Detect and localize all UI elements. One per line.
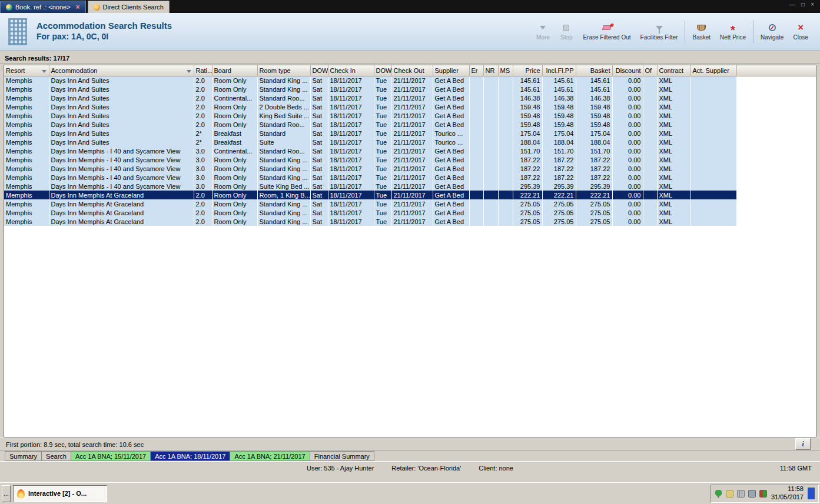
result-row[interactable]: MemphisDays Inn And Suites2.0Room OnlySt… — [4, 120, 736, 129]
chevron-down-icon — [536, 22, 550, 33]
column-header[interactable]: Check Out — [391, 65, 433, 76]
toolbar-button-label: Facilities Filter — [640, 34, 678, 41]
edge-blue-icon[interactable] — [808, 488, 815, 499]
bottom-tab[interactable]: Acc 1A BNA; 21/11/2017 — [230, 451, 310, 461]
column-header[interactable]: Of — [643, 65, 657, 76]
result-cell: Room, 1 King B... — [257, 191, 310, 199]
result-cell — [469, 102, 483, 111]
column-header[interactable]: Check In — [328, 65, 374, 76]
result-cell: 146.38 — [513, 94, 542, 102]
result-cell — [690, 182, 736, 191]
result-row[interactable]: MemphisDays Inn Memphis - I 40 and Sycam… — [4, 164, 736, 173]
column-header[interactable]: Board — [212, 65, 257, 76]
result-cell: 0.00 — [612, 191, 643, 199]
close-window-icon[interactable]: × — [811, 1, 814, 8]
facilities-filter-button[interactable]: Facilities Filter — [636, 20, 683, 43]
result-row[interactable]: MemphisDays Inn Memphis - I 40 and Sycam… — [4, 155, 736, 164]
result-row[interactable]: MemphisDays Inn Memphis At Graceland2.0R… — [4, 199, 736, 208]
column-filter-icon[interactable] — [187, 70, 191, 73]
result-cell: Get A Bed — [433, 155, 469, 164]
navigate-button[interactable]: Navigate — [756, 20, 788, 43]
result-row[interactable]: MemphisDays Inn Memphis - I 40 and Sycam… — [4, 173, 736, 182]
result-row[interactable]: MemphisDays Inn And Suites2.0Room OnlySt… — [4, 76, 736, 85]
result-cell: Days Inn Memphis At Graceland — [49, 191, 194, 199]
result-cell — [483, 191, 498, 199]
keyboard-tray-icon[interactable] — [726, 490, 733, 498]
column-header[interactable]: Discount — [612, 65, 643, 76]
result-row[interactable]: MemphisDays Inn Memphis - I 40 and Sycam… — [4, 146, 736, 155]
result-row[interactable]: MemphisDays Inn Memphis At Graceland2.0R… — [4, 191, 736, 199]
close-button[interactable]: ×Close — [788, 20, 813, 43]
column-header[interactable]: Incl.Fl.PP — [542, 65, 576, 76]
bottom-tab[interactable]: Acc 1A BNA; 15/11/2017 — [71, 451, 151, 461]
result-cell: Days Inn Memphis At Graceland — [49, 217, 194, 226]
column-header[interactable]: Room type — [257, 65, 310, 76]
window-tab[interactable]: Book. ref .: <none>× — [0, 1, 86, 13]
result-row[interactable]: MemphisDays Inn Memphis At Graceland2.0R… — [4, 208, 736, 217]
result-cell: Memphis — [4, 129, 49, 138]
system-tray: 11:58 31/05/2017 — [711, 485, 819, 503]
result-cell — [690, 120, 736, 129]
column-header[interactable]: Contract — [657, 65, 690, 76]
taskbar-task-button[interactable]: Interactive [2] - O... — [13, 485, 107, 502]
result-row[interactable]: MemphisDays Inn And Suites2*BreakfastSui… — [4, 138, 736, 146]
result-cell: XML — [657, 102, 690, 111]
result-cell: 2* — [194, 138, 212, 146]
result-row[interactable]: MemphisDays Inn And Suites2.0Room OnlyKi… — [4, 111, 736, 120]
result-cell: Continental... — [212, 146, 257, 155]
status-tray-icon[interactable] — [759, 490, 767, 498]
tree-tray-icon[interactable] — [715, 490, 722, 498]
column-header[interactable]: Basket — [576, 65, 612, 76]
result-cell — [690, 146, 736, 155]
result-cell: Standard King ... — [257, 76, 310, 85]
erase-filtered-out-button[interactable]: Erase Filtered Out — [578, 20, 635, 43]
column-header[interactable]: Supplier — [433, 65, 469, 76]
result-cell: 0.00 — [612, 155, 643, 164]
result-cell: 159.48 — [576, 111, 612, 120]
column-header[interactable]: Price — [513, 65, 542, 76]
maximize-window-icon[interactable]: □ — [801, 1, 805, 8]
result-cell: Tue — [374, 111, 391, 120]
monitor-tray-icon[interactable] — [748, 490, 756, 498]
close-tab-icon[interactable]: × — [76, 3, 80, 11]
result-cell — [643, 208, 657, 217]
result-cell — [690, 76, 736, 85]
taskbar-overflow-button[interactable]: ... — [2, 485, 11, 502]
column-header[interactable]: MS — [498, 65, 513, 76]
info-button[interactable]: i — [795, 438, 811, 450]
result-row[interactable]: MemphisDays Inn And Suites2.0Room OnlySt… — [4, 85, 736, 94]
nett-price-button[interactable]: *Nett Price — [715, 20, 751, 43]
column-header[interactable]: Accommodation — [49, 65, 194, 76]
bottom-tab[interactable]: Summary — [5, 451, 42, 461]
result-row[interactable]: MemphisDays Inn Memphis At Graceland2.0R… — [4, 217, 736, 226]
result-cell: 2.0 — [194, 199, 212, 208]
column-header[interactable]: NR — [483, 65, 498, 76]
bottom-tab[interactable]: Acc 1A BNA; 18/11/2017 — [150, 451, 230, 461]
column-header[interactable]: Resort — [4, 65, 49, 76]
column-header[interactable]: Rati... — [194, 65, 212, 76]
toolbar-button-label: More — [536, 34, 550, 41]
column-header[interactable]: Er — [469, 65, 483, 76]
result-cell: XML — [657, 76, 690, 85]
basket-button[interactable]: Basket — [688, 20, 715, 43]
result-cell: 159.48 — [542, 120, 576, 129]
tray-icons — [715, 490, 767, 498]
result-row[interactable]: MemphisDays Inn And Suites2*BreakfastSta… — [4, 129, 736, 138]
result-cell — [690, 173, 736, 182]
result-row[interactable]: MemphisDays Inn And Suites2.0Continental… — [4, 94, 736, 102]
column-header[interactable]: DOW — [374, 65, 391, 76]
result-cell: Room Only — [212, 191, 257, 199]
column-filter-icon[interactable] — [42, 70, 47, 73]
result-row[interactable]: MemphisDays Inn And Suites2.0Room Only2 … — [4, 102, 736, 111]
window-tab[interactable]: Direct Clients Search — [88, 1, 170, 13]
grid-tray-icon[interactable] — [737, 490, 745, 498]
result-cell: XML — [657, 94, 690, 102]
minimize-window-icon[interactable]: — — [789, 1, 795, 8]
bottom-tab[interactable]: Financial Summary — [310, 451, 374, 461]
result-row[interactable]: MemphisDays Inn Memphis - I 40 and Sycam… — [4, 182, 736, 191]
bottom-tab[interactable]: Search — [41, 451, 71, 461]
taskbar-clock: 11:58 31/05/2017 — [771, 485, 804, 502]
column-header[interactable]: DOW — [310, 65, 328, 76]
result-cell — [643, 146, 657, 155]
column-header[interactable]: Act. Supplier — [690, 65, 736, 76]
